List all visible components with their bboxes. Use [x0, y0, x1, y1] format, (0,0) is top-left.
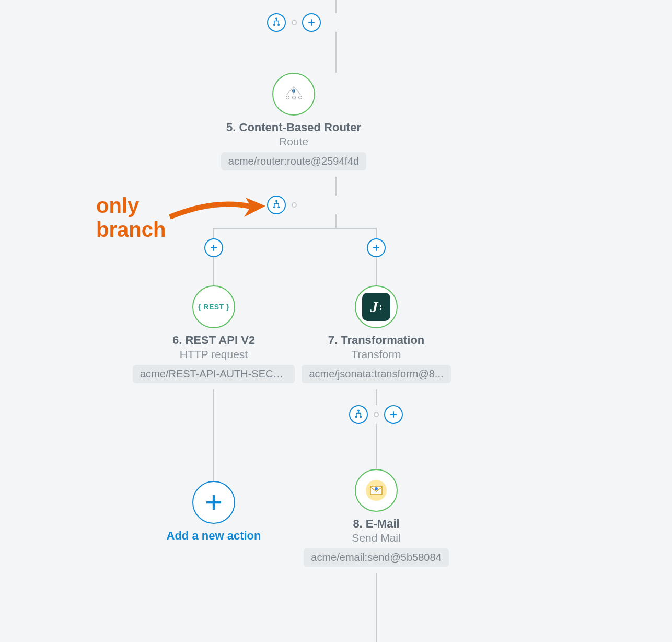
email-icon	[366, 480, 387, 501]
step-email[interactable]	[355, 469, 398, 512]
step-router-label: 5. Content-Based Router Route acme/route…	[210, 121, 377, 173]
step-subtitle: Route	[210, 135, 377, 148]
plus-icon	[388, 409, 399, 420]
connector-line	[213, 257, 214, 285]
annotation-text: only branch	[96, 193, 166, 242]
add-step-button[interactable]	[367, 238, 386, 257]
annotation-arrow	[167, 193, 267, 225]
svg-point-0	[274, 24, 275, 25]
branch-button[interactable]	[349, 405, 368, 424]
branch-button[interactable]	[267, 13, 286, 32]
add-step-button[interactable]	[204, 238, 223, 257]
add-step-button[interactable]	[384, 405, 403, 424]
step-transform-label: 7. Transformation Transform acme/jsonata…	[293, 334, 460, 385]
plus-icon	[306, 17, 317, 28]
step-subtitle: Transform	[293, 348, 460, 361]
jsonata-icon: J:	[362, 293, 390, 321]
step-tag[interactable]: acme/email:send@5b58084	[304, 548, 448, 567]
svg-point-6	[356, 416, 357, 417]
connector-line	[213, 228, 214, 238]
connector-line	[335, 32, 337, 73]
step-tag[interactable]: acme/REST-API-AUTH-SECR...	[133, 365, 295, 383]
step-title: 5. Content-Based Router	[210, 121, 377, 134]
step-router[interactable]	[272, 73, 315, 116]
connector-line	[376, 424, 377, 469]
rest-icon: REST	[198, 303, 229, 311]
branch-button[interactable]	[267, 196, 286, 214]
branch-icon	[271, 200, 282, 210]
step-rest[interactable]: REST	[192, 285, 235, 328]
add-step-button[interactable]	[302, 13, 321, 32]
svg-point-7	[360, 416, 361, 417]
flow-canvas: 5. Content-Based Router Route acme/route…	[0, 0, 672, 642]
connector-line	[213, 228, 377, 229]
add-action-label: Add a new action	[130, 529, 297, 543]
branch-icon	[271, 17, 282, 28]
svg-point-4	[278, 207, 279, 208]
step-tag[interactable]: acme/jsonata:transform@8...	[302, 365, 450, 383]
connector-dot	[292, 202, 297, 208]
connector-line	[376, 573, 377, 642]
connector-line	[213, 389, 214, 481]
step-title: 8. E-Mail	[293, 517, 460, 531]
plus-icon	[208, 243, 219, 253]
connector-line	[335, 214, 337, 228]
step-email-label: 8. E-Mail Send Mail acme/email:send@5b58…	[293, 517, 460, 569]
add-action-button[interactable]	[192, 481, 235, 524]
plus-icon	[371, 243, 381, 253]
router-icon	[286, 89, 302, 99]
svg-point-3	[274, 207, 275, 208]
connector-dot	[292, 20, 297, 25]
plus-icon	[203, 491, 225, 513]
step-rest-label: 6. REST API V2 HTTP request acme/REST-AP…	[130, 334, 297, 385]
connector-line	[376, 257, 377, 285]
branch-icon	[353, 409, 364, 420]
step-transform[interactable]: J:	[355, 285, 398, 328]
step-subtitle: HTTP request	[130, 348, 297, 361]
connector-line	[335, 0, 337, 13]
connector-dot	[374, 412, 379, 417]
connector-line	[376, 389, 377, 405]
connector-line	[376, 228, 377, 238]
step-tag[interactable]: acme/router:route@2594f4d	[221, 152, 366, 170]
svg-point-10	[375, 487, 378, 490]
step-title: 6. REST API V2	[130, 334, 297, 347]
step-title: 7. Transformation	[293, 334, 460, 347]
svg-point-1	[278, 24, 279, 25]
step-subtitle: Send Mail	[293, 532, 460, 544]
connector-line	[335, 177, 337, 196]
